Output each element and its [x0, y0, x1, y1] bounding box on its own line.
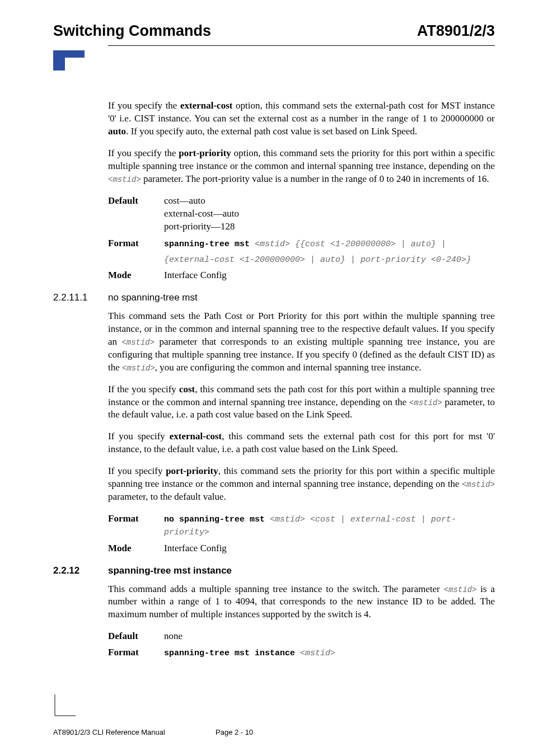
mode-value: Interface Config: [164, 542, 495, 555]
section-content: This command sets the Path Cost or Port …: [108, 310, 495, 555]
code-param: <mstid>: [108, 175, 141, 184]
page-header: Switching Commands AT8901/2/3: [53, 22, 495, 45]
text: If you specify: [108, 431, 170, 442]
text: . If you specify auto, the external path…: [126, 126, 417, 137]
text: parameter, to the default value.: [108, 491, 226, 502]
definition-block: Format no spanning-tree mst <mstid> <cos…: [108, 513, 495, 555]
text: If you specify: [108, 466, 166, 476]
intro-paragraph-2: If you specify the port-priority option,…: [108, 147, 495, 186]
section-heading: 2.2.12 spanning-tree mst instance: [53, 565, 495, 576]
format-label: Format: [108, 646, 164, 658]
header-title-left: Switching Commands: [53, 22, 211, 40]
default-row: Default cost—auto external-cost—auto por…: [108, 195, 495, 233]
svg-rect-1: [65, 50, 85, 58]
mode-label: Mode: [108, 269, 164, 281]
code-cmd: spanning-tree mst: [164, 240, 255, 249]
text: cost—auto: [164, 195, 205, 206]
corner-logo-icon: [53, 50, 85, 77]
code-param: <mstid>: [444, 585, 477, 594]
text: If you specify the: [108, 100, 180, 111]
svg-rect-0: [53, 50, 65, 71]
text-bold: cost: [179, 384, 195, 395]
text: This command adds a multiple spanning tr…: [108, 584, 444, 594]
format-row: Format spanning-tree mst instance <mstid…: [108, 646, 495, 659]
sec1-paragraph-2: If the you specify cost, this command se…: [108, 383, 495, 422]
format-value-cont: {external-cost <1-200000000> | auto} | p…: [164, 253, 495, 266]
code-param: <mstid>: [300, 649, 335, 658]
section-title: no spanning-tree mst: [108, 292, 198, 303]
text: , you are configuring the common and int…: [155, 362, 421, 373]
default-value: cost—auto external-cost—auto port-priori…: [164, 195, 495, 233]
format-label: Format: [108, 237, 164, 249]
format-row: Format spanning-tree mst <mstid> {{cost …: [108, 237, 495, 250]
code-cmd: no spanning-tree mst: [164, 515, 270, 524]
section-title: spanning-tree mst instance: [108, 565, 232, 576]
code-param: <mstid>: [409, 398, 442, 407]
mode-label: Mode: [108, 542, 164, 554]
text: parameter. The port-priority value is a …: [141, 173, 489, 184]
mode-row: Mode Interface Config: [108, 542, 495, 555]
definition-block: Default cost—auto external-cost—auto por…: [108, 195, 495, 282]
corner-bracket-icon: [53, 694, 76, 720]
section-content: This command adds a multiple spanning tr…: [108, 583, 495, 660]
section-heading: 2.2.11.1 no spanning-tree mst: [53, 292, 495, 303]
code-param: {external-cost <1-200000000> | auto} | p…: [164, 255, 471, 265]
header-rule: [108, 45, 495, 46]
text-bold: external-cost: [180, 100, 232, 111]
default-label: Default: [108, 630, 164, 642]
intro-paragraph-1: If you specify the external-cost option,…: [108, 100, 495, 138]
code-cmd: spanning-tree mst instance: [164, 649, 300, 658]
format-row: Format no spanning-tree mst <mstid> <cos…: [108, 513, 495, 539]
section-number: 2.2.12: [53, 565, 108, 576]
footer-manual: AT8901/2/3 CLI Reference Manual: [53, 728, 165, 736]
text: external-cost—auto: [164, 208, 239, 219]
page-footer: AT8901/2/3 CLI Reference Manual Page 2 -…: [53, 728, 495, 736]
text-bold: external-cost: [170, 431, 222, 442]
format-value: spanning-tree mst instance <mstid>: [164, 646, 495, 659]
text-bold: port-priority: [166, 466, 218, 476]
default-label: Default: [108, 195, 164, 206]
code-param: <mstid> {{cost <1-200000000> | auto} |: [255, 240, 446, 249]
header-title-right: AT8901/2/3: [417, 22, 495, 40]
spacer: [108, 253, 164, 253]
mode-value: Interface Config: [164, 269, 495, 282]
format-row-cont: {external-cost <1-200000000> | auto} | p…: [108, 253, 495, 266]
sec2-paragraph-1: This command adds a multiple spanning tr…: [108, 583, 495, 622]
section-number: 2.2.11.1: [53, 292, 108, 303]
text-bold: port-priority: [179, 148, 231, 158]
text: If you specify the: [108, 148, 179, 158]
footer-page: Page 2 - 10: [216, 728, 253, 736]
text-bold: auto: [108, 126, 126, 137]
sec1-paragraph-3: If you specify external-cost, this comma…: [108, 430, 495, 456]
content-area: If you specify the external-cost option,…: [108, 100, 495, 282]
definition-block: Default none Format spanning-tree mst in…: [108, 630, 495, 659]
sec1-paragraph-4: If you specify port-priority, this comma…: [108, 465, 495, 504]
format-value: spanning-tree mst <mstid> {{cost <1-2000…: [164, 237, 495, 250]
default-row: Default none: [108, 630, 495, 643]
default-value: none: [164, 630, 495, 643]
code-param: <mstid>: [121, 338, 154, 347]
sec1-paragraph-1: This command sets the Path Cost or Port …: [108, 310, 495, 374]
code-param: <mstid>: [122, 364, 155, 373]
mode-row: Mode Interface Config: [108, 269, 495, 282]
text: If the you specify: [108, 384, 179, 395]
text: port-priority—128: [164, 221, 235, 232]
format-label: Format: [108, 513, 164, 524]
format-value: no spanning-tree mst <mstid> <cost | ext…: [164, 513, 495, 539]
code-param: <mstid>: [462, 480, 495, 489]
